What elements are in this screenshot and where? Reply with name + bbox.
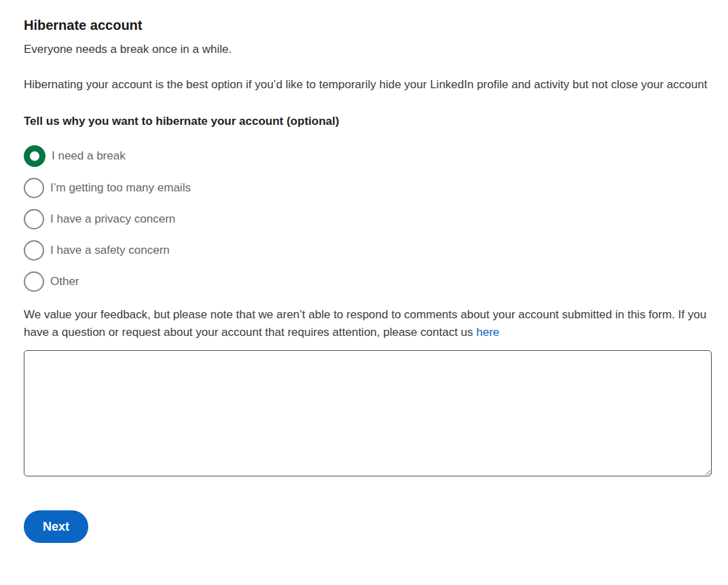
radio-option-4[interactable]: Other <box>24 271 712 292</box>
page-title: Hibernate account <box>24 16 712 34</box>
form-actions: Next <box>24 510 712 543</box>
hibernate-reason-radio-group: I need a break I’m getting too many emai… <box>24 145 712 292</box>
radio-option-3[interactable]: I have a safety concern <box>24 240 712 261</box>
radio-option-0[interactable]: I need a break <box>24 145 712 167</box>
radio-option-1[interactable]: I’m getting too many emails <box>24 178 712 198</box>
contact-us-link[interactable]: here <box>476 326 499 339</box>
radio-option-label: I have a safety concern <box>50 243 170 258</box>
feedback-textarea[interactable] <box>24 350 712 476</box>
radio-option-2[interactable]: I have a privacy concern <box>24 209 712 229</box>
radio-option-label: I have a privacy concern <box>50 212 175 227</box>
radio-option-label: I’m getting too many emails <box>50 181 191 195</box>
feedback-note-text: We value your feedback, but please note … <box>24 308 706 339</box>
reason-question-label: Tell us why you want to hibernate your a… <box>24 114 712 129</box>
radio-button-icon[interactable] <box>24 240 44 261</box>
hibernate-description: Hibernating your account is the best opt… <box>24 76 712 94</box>
radio-button-icon[interactable] <box>24 271 44 292</box>
radio-button-icon[interactable] <box>24 178 44 198</box>
radio-button-icon[interactable] <box>24 145 46 167</box>
radio-option-label: I need a break <box>52 149 126 164</box>
hibernate-account-page: Hibernate account Everyone needs a break… <box>0 0 728 585</box>
hibernate-account-content: Hibernate account Everyone needs a break… <box>24 16 712 543</box>
page-subtitle: Everyone needs a break once in a while. <box>24 42 712 57</box>
radio-button-icon[interactable] <box>24 209 44 229</box>
feedback-note: We value your feedback, but please note … <box>24 306 712 341</box>
next-button[interactable]: Next <box>24 510 88 543</box>
radio-option-label: Other <box>50 274 79 289</box>
